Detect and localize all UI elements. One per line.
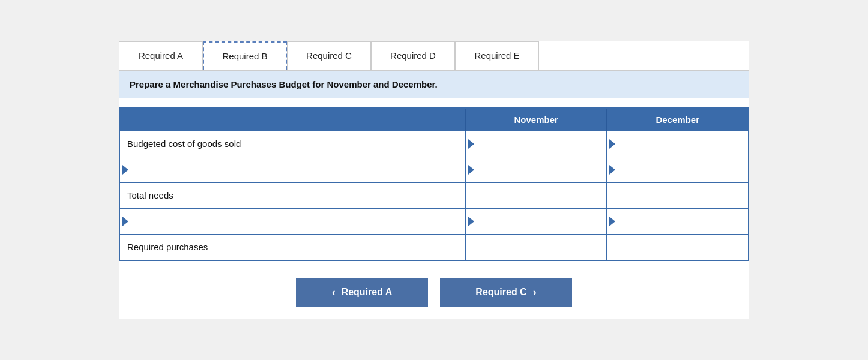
- tab-required-d[interactable]: Required D: [371, 41, 455, 70]
- tab-required-c[interactable]: Required C: [287, 41, 371, 70]
- col2-input-row2[interactable]: [615, 157, 748, 182]
- col2-cell-total-needs[interactable]: [607, 182, 749, 208]
- tab-required-e[interactable]: Required E: [455, 41, 539, 70]
- label-text-total-needs: Total needs: [127, 190, 173, 200]
- col1-input-total-needs[interactable]: [466, 183, 607, 208]
- prev-chevron-icon: ‹: [332, 286, 336, 299]
- col1-cell-row4[interactable]: [465, 208, 607, 234]
- label-cell-row2[interactable]: [119, 157, 465, 182]
- col1-input-required-purchases[interactable]: [466, 235, 607, 260]
- prev-button-label: Required A: [342, 287, 393, 298]
- col1-cell-required-purchases[interactable]: [465, 234, 607, 260]
- arrow-col1-budgeted-cost: [468, 139, 474, 149]
- header-december: December: [607, 108, 749, 131]
- label-cell-row4[interactable]: [119, 208, 465, 234]
- table-row-row4: [119, 208, 749, 234]
- col1-cell-budgeted-cost[interactable]: [465, 131, 607, 157]
- nav-buttons: ‹ Required A Required C ›: [119, 261, 749, 319]
- label-cell-total-needs: Total needs: [119, 182, 465, 208]
- col2-input-budgeted-cost[interactable]: [615, 131, 748, 157]
- header-label-col: [119, 108, 465, 131]
- main-container: Required ARequired BRequired CRequired D…: [119, 41, 749, 319]
- col2-cell-budgeted-cost[interactable]: [607, 131, 749, 157]
- table-header-row: November December: [119, 108, 749, 131]
- col2-input-total-needs[interactable]: [607, 183, 748, 208]
- instruction-text: Prepare a Merchandise Purchases Budget f…: [130, 79, 438, 89]
- tabs-bar: Required ARequired BRequired CRequired D…: [119, 41, 749, 71]
- arrow-col2-row4: [609, 217, 615, 226]
- arrow-label-row4: [122, 217, 128, 226]
- col1-input-row4[interactable]: [474, 209, 607, 234]
- label-text-required-purchases: Required purchases: [127, 242, 208, 252]
- label-cell-budgeted-cost: Budgeted cost of goods sold: [119, 131, 465, 157]
- col2-cell-required-purchases[interactable]: [607, 234, 749, 260]
- arrow-label-row2: [122, 165, 128, 175]
- tab-required-a[interactable]: Required A: [119, 41, 203, 70]
- arrow-col1-row4: [468, 217, 474, 226]
- table-row-total-needs: Total needs: [119, 182, 749, 208]
- header-november: November: [465, 108, 607, 131]
- instruction-bar: Prepare a Merchandise Purchases Budget f…: [119, 71, 749, 98]
- arrow-col2-row2: [609, 165, 615, 175]
- budget-table: November December Budgeted cost of goods…: [119, 107, 749, 261]
- label-cell-required-purchases: Required purchases: [119, 234, 465, 260]
- arrow-col2-budgeted-cost: [609, 139, 615, 149]
- table-row-budgeted-cost: Budgeted cost of goods sold: [119, 131, 749, 157]
- arrow-col1-row2: [468, 165, 474, 175]
- next-button-label: Required C: [475, 287, 526, 298]
- col2-input-required-purchases[interactable]: [607, 235, 748, 260]
- next-button[interactable]: Required C ›: [440, 278, 572, 307]
- table-row-row2: [119, 157, 749, 182]
- col1-input-row2[interactable]: [474, 157, 607, 182]
- label-text-budgeted-cost: Budgeted cost of goods sold: [127, 139, 241, 149]
- col2-cell-row4[interactable]: [607, 208, 749, 234]
- col2-input-row4[interactable]: [615, 209, 748, 234]
- col2-cell-row2[interactable]: [607, 157, 749, 182]
- col1-cell-row2[interactable]: [465, 157, 607, 182]
- label-input-row4[interactable]: [128, 209, 465, 234]
- prev-button[interactable]: ‹ Required A: [296, 278, 428, 307]
- next-chevron-icon: ›: [533, 286, 537, 299]
- col1-input-budgeted-cost[interactable]: [474, 131, 607, 157]
- label-input-row2[interactable]: [128, 157, 465, 182]
- tab-required-b[interactable]: Required B: [203, 41, 287, 70]
- table-container: November December Budgeted cost of goods…: [119, 98, 749, 261]
- col1-cell-total-needs[interactable]: [465, 182, 607, 208]
- table-row-required-purchases: Required purchases: [119, 234, 749, 260]
